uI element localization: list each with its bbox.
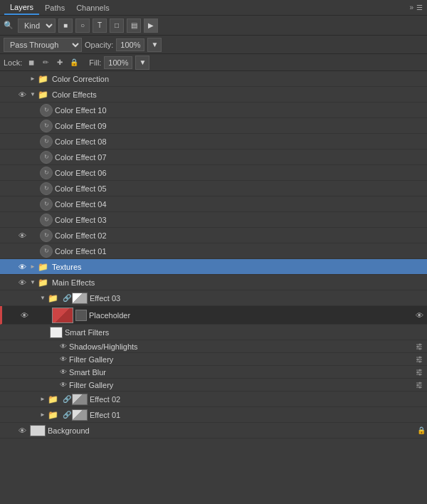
layers-list: ► 📁 Color Correction 👁 ▼ 📁 Color Effects…	[0, 71, 427, 504]
eye-icon: 👁	[19, 231, 26, 240]
layer-name: Color Effect 10	[55, 106, 426, 115]
layer-row-effect03[interactable]: ▼ 📁 🔗 Effect 03	[0, 290, 427, 306]
layer-name: Smart Filters	[65, 328, 426, 337]
layer-row-filter[interactable]: 👁 Filter Gallery	[0, 353, 427, 366]
lock-icons: ◼ ✏ ✚ 🔒	[25, 56, 80, 69]
layer-row[interactable]: ► 📁 Color Correction	[0, 71, 427, 87]
filter-eye-icon: 👁	[60, 342, 67, 350]
layer-row[interactable]: ↻ Color Effect 08	[0, 134, 427, 149]
layer-row-filter[interactable]: 👁 Shadows/Highlights	[0, 340, 427, 353]
layer-name: Color Effect 08	[55, 137, 426, 146]
adjustment-icon: ↻	[40, 229, 53, 242]
layer-row-placeholder[interactable]: 👁 Placeholder 👁	[0, 306, 427, 325]
tab-channels[interactable]: Channels	[70, 1, 115, 14]
menu-icon[interactable]: ☰	[416, 4, 423, 11]
layer-row[interactable]: ↻ Color Effect 05	[0, 181, 427, 196]
filter-kind-select[interactable]: Kind	[18, 19, 56, 33]
filter-eye-icon: 👁	[60, 381, 67, 389]
chain-icon: 🔗	[63, 411, 71, 419]
lock-all-btn[interactable]: 🔒	[68, 56, 80, 69]
eye-icon: 👁	[19, 90, 26, 99]
adjustment-filter-btn[interactable]: ○	[75, 19, 90, 33]
lock-position-btn[interactable]: ✚	[53, 56, 66, 69]
adjustment-icon: ↻	[40, 182, 53, 195]
layer-row-smart-filters[interactable]: Smart Filters	[0, 325, 427, 340]
layer-row-background[interactable]: 👁 Background 🔒	[0, 423, 427, 439]
visibility-eye[interactable]: 👁	[16, 311, 32, 320]
visibility-eye[interactable]: 👁	[14, 426, 30, 435]
layer-name: Effect 03	[90, 294, 426, 303]
blend-mode-select[interactable]: Pass Through	[4, 38, 82, 52]
shape-filter-btn[interactable]: □	[110, 19, 124, 33]
layer-row-filter[interactable]: 👁 Filter Gallery	[0, 379, 427, 392]
lock-image-btn[interactable]: ✏	[39, 56, 52, 69]
svg-point-11	[419, 360, 421, 362]
layer-row[interactable]: 👁 ↻ Color Effect 02	[0, 228, 427, 243]
svg-point-23	[419, 386, 421, 388]
filter-settings-icon[interactable]	[413, 353, 426, 366]
layer-row[interactable]: ↻ Color Effect 01	[0, 243, 427, 259]
background-thumbnail	[30, 425, 46, 436]
svg-point-4	[417, 345, 419, 347]
lock-pixels-btn[interactable]: ◼	[25, 56, 38, 69]
layer-row-effect02[interactable]: ► 📁 🔗 Effect 02	[0, 392, 427, 407]
search-icon: 🔍	[4, 21, 14, 30]
opacity-input[interactable]	[116, 38, 144, 51]
layer-row[interactable]: 👁 ▼ 📁 Color Effects	[0, 87, 427, 103]
layer-name: Color Effect 09	[55, 122, 426, 130]
svg-point-10	[417, 358, 419, 360]
pixel-filter-btn[interactable]: ■	[58, 19, 73, 33]
chain-icon: 🔗	[63, 395, 71, 403]
adjustment-icon: ↻	[40, 198, 53, 211]
folder-icon: 📁	[37, 73, 50, 85]
visibility-eye[interactable]: 👁	[14, 90, 30, 99]
layer-name: Color Effects	[52, 90, 426, 99]
type-filter-btn[interactable]: T	[93, 19, 107, 33]
layer-name: Placeholder	[89, 311, 413, 320]
tab-layers[interactable]: Layers	[4, 1, 39, 15]
adjustment-icon: ↻	[40, 245, 53, 258]
layer-row[interactable]: ↻ Color Effect 03	[0, 212, 427, 228]
filter-toggle-btn[interactable]: ▶	[144, 19, 158, 33]
filter-eye-icon: 👁	[60, 368, 67, 376]
toolbar-row-blend: Pass Through Opacity: ▼	[0, 36, 427, 54]
layer-name: Color Effect 04	[55, 200, 426, 209]
svg-point-16	[417, 371, 419, 373]
tab-paths[interactable]: Paths	[39, 1, 70, 14]
svg-point-22	[417, 384, 419, 386]
visibility-eye[interactable]: 👁	[14, 231, 30, 240]
layer-row-effect01[interactable]: ► 📁 🔗 Effect 01	[0, 407, 427, 423]
opacity-label: Opacity:	[85, 41, 113, 49]
layer-row[interactable]: ↻ Color Effect 09	[0, 118, 427, 134]
fill-arrow-btn[interactable]: ▼	[135, 56, 149, 70]
visibility-eye[interactable]: 👁	[14, 263, 30, 271]
filter-settings-icon[interactable]	[413, 340, 426, 353]
toolbar-row-filter: 🔍 Kind ■ ○ T □ ▤ ▶	[0, 16, 427, 36]
toolbar-row-lock: Lock: ◼ ✏ ✚ 🔒 Fill: ▼	[0, 54, 427, 71]
layer-name: Filter Gallery	[69, 381, 413, 389]
expand-arrow-icon: ▼	[30, 279, 36, 285]
fill-input[interactable]	[104, 56, 132, 69]
layer-name: Color Effect 03	[55, 216, 426, 224]
layer-row[interactable]: 👁 ▼ 📁 Main Effects	[0, 275, 427, 290]
adjustment-icon: ↻	[40, 104, 53, 117]
placeholder-thumbnail	[52, 308, 73, 323]
opacity-arrow-btn[interactable]: ▼	[147, 38, 162, 52]
double-arrow-icon[interactable]: »	[409, 4, 413, 11]
layer-row-filter[interactable]: 👁 Smart Blur	[0, 366, 427, 379]
effect-thumbnail	[72, 409, 88, 421]
layer-row[interactable]: ↻ Color Effect 06	[0, 165, 427, 181]
adjustment-icon: ↻	[40, 120, 53, 132]
filter-settings-icon[interactable]	[413, 366, 426, 379]
smart-filter-btn[interactable]: ▤	[127, 19, 141, 33]
layer-row[interactable]: ↻ Color Effect 07	[0, 149, 427, 165]
layer-row[interactable]: ↻ Color Effect 10	[0, 103, 427, 118]
visibility-eye[interactable]: 👁	[14, 278, 30, 287]
filter-settings-icon[interactable]	[413, 379, 426, 392]
expand-arrow-icon: ►	[30, 75, 36, 82]
adjustment-icon: ↻	[40, 151, 53, 164]
filter-eye-icon: 👁	[60, 355, 67, 363]
layer-row[interactable]: ↻ Color Effect 04	[0, 196, 427, 212]
layer-row-textures[interactable]: 👁 ► 📁 Textures	[0, 259, 427, 275]
smart-object-icon	[75, 310, 87, 321]
